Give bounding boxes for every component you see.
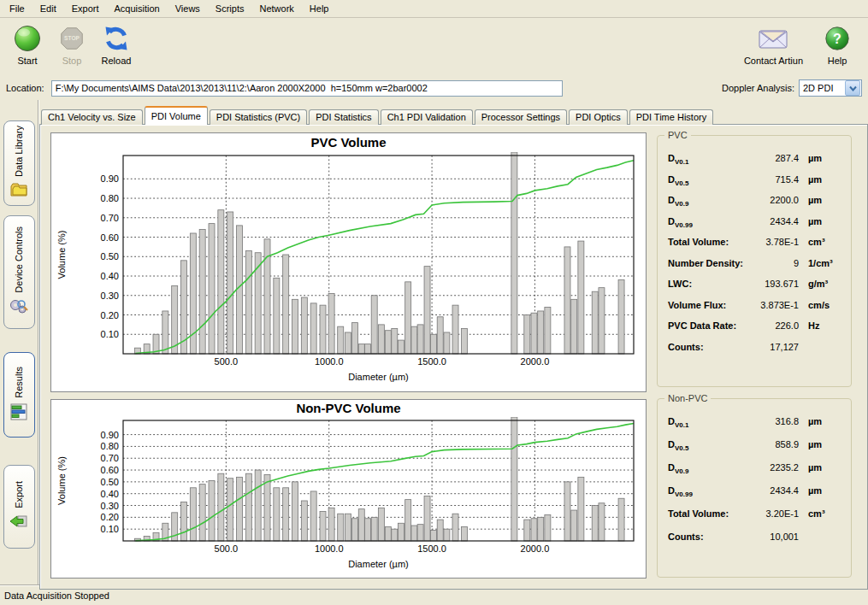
svg-text:0.20: 0.20 <box>101 310 119 320</box>
folders-icon <box>9 180 29 201</box>
svg-text:?: ? <box>833 32 841 46</box>
non-pvc-stats-groupbox: Non-PVC DV0.1316.8µmDV0.5858.9µmDV0.9223… <box>657 398 852 578</box>
non-pvc-groupbox-title: Non-PVC <box>664 393 711 403</box>
menu-item-scripts[interactable]: Scripts <box>208 1 252 16</box>
stat-unit: cm/s <box>799 300 844 310</box>
menu-item-file[interactable]: File <box>2 1 32 16</box>
stat-unit: Hz <box>799 320 844 331</box>
tab-pdi-optics[interactable]: PDI Optics <box>569 109 628 125</box>
start-icon <box>13 22 42 55</box>
tab-pdi-time-history[interactable]: PDI Time History <box>629 109 714 125</box>
contact-artium-button[interactable]: Contact Artiun <box>741 21 806 68</box>
sidebar-item-export[interactable]: Export <box>3 465 35 549</box>
sidebar-item-label: Data Library <box>14 126 24 177</box>
non-pvc-chart-title: Non-PVC Volume <box>51 400 646 417</box>
tab-pdi-statistics-pvc-[interactable]: PDI Statistics (PVC) <box>210 109 307 125</box>
menu-item-help[interactable]: Help <box>302 1 337 16</box>
svg-text:0.40: 0.40 <box>101 489 119 499</box>
stat-value: 2200.0 <box>744 195 799 205</box>
reload-icon <box>102 22 131 55</box>
svg-text:0.70: 0.70 <box>101 213 119 223</box>
stat-label: DV0.9 <box>668 195 744 208</box>
stat-row: DV0.5858.9µm <box>668 439 844 462</box>
tab-strip: Ch1 Velocity vs. SizePDI VolumePDI Stati… <box>39 104 868 124</box>
tab-pdi-volume[interactable]: PDI Volume <box>145 106 208 125</box>
sidebar-item-data-library[interactable]: Data Library <box>3 120 35 206</box>
svg-text:Volume (%): Volume (%) <box>56 231 67 279</box>
stat-value: 226.0 <box>744 320 799 331</box>
tab-processor-settings[interactable]: Processor Settings <box>475 109 567 125</box>
doppler-analysis-select[interactable]: 2D PDI <box>799 79 862 97</box>
tab-ch1-pdi-validation[interactable]: Ch1 PDI Validation <box>381 109 473 125</box>
menu-item-views[interactable]: Views <box>168 1 208 16</box>
location-label: Location: <box>6 83 44 93</box>
pvc-stats-groupbox: PVC DV0.1287.4µmDV0.5715.4µmDV0.92200.0µ… <box>657 135 852 387</box>
sidebar-item-device-controls[interactable]: Device Controls <box>3 215 35 329</box>
stat-label: DV0.5 <box>668 174 744 187</box>
svg-text:1000.0: 1000.0 <box>315 356 344 367</box>
svg-text:1000.0: 1000.0 <box>315 543 344 554</box>
sidebar: Data LibraryDevice ControlsResultsExport <box>0 100 39 590</box>
menu-item-edit[interactable]: Edit <box>32 1 64 16</box>
pvc-groupbox-title: PVC <box>664 130 691 140</box>
svg-text:2000.0: 2000.0 <box>521 543 550 554</box>
svg-text:0.40: 0.40 <box>101 271 119 281</box>
stat-unit: µm <box>799 439 844 449</box>
pvc-volume-chart-panel: PVC Volume 0.100.200.300.400.500.600.700… <box>50 132 647 392</box>
stat-label: DV0.5 <box>668 439 744 452</box>
menu-item-acquisition[interactable]: Acquisition <box>107 1 168 16</box>
gears-icon <box>9 297 29 318</box>
stat-row: DV0.1287.4µm <box>668 153 844 174</box>
reload-button[interactable]: Reload <box>94 21 139 68</box>
stat-label: DV0.1 <box>668 416 744 429</box>
pvc-chart-title: PVC Volume <box>51 133 646 152</box>
stat-unit: cm³ <box>799 508 844 519</box>
contact-artium-label: Contact Artiun <box>744 56 803 66</box>
help-button[interactable]: ? Help <box>815 21 859 68</box>
svg-text:0.50: 0.50 <box>101 251 119 261</box>
stat-row: DV0.1316.8µm <box>668 416 844 439</box>
stat-row: DV0.992434.4µm <box>668 485 844 508</box>
stat-value: 2434.4 <box>744 216 799 226</box>
stat-value: 2434.4 <box>744 485 799 496</box>
reload-label: Reload <box>102 56 132 66</box>
stat-unit: µm <box>799 462 844 473</box>
stat-label: Volume Flux: <box>668 300 744 310</box>
sidebar-item-label: Device Controls <box>14 226 24 293</box>
sidebar-item-label: Results <box>14 367 24 398</box>
svg-text:500.0: 500.0 <box>215 543 239 554</box>
stat-value: 3.873E-1 <box>744 300 799 310</box>
stat-row: Volume Flux:3.873E-1cm/s <box>668 300 844 321</box>
tab-pdi-statistics[interactable]: PDI Statistics <box>309 109 378 125</box>
stat-row: DV0.92200.0µm <box>668 195 844 216</box>
status-text: Data Acquisition Stopped <box>4 590 109 601</box>
tab-page-pdi-volume: PVC Volume 0.100.200.300.400.500.600.700… <box>39 124 868 590</box>
menu-item-network[interactable]: Network <box>251 1 301 16</box>
svg-text:0.60: 0.60 <box>101 465 119 475</box>
stop-button[interactable]: STOP Stop <box>50 21 94 68</box>
help-label: Help <box>828 56 847 66</box>
chevron-down-icon[interactable] <box>845 80 860 96</box>
stat-label: Counts: <box>668 342 744 352</box>
results-chart-icon <box>9 402 29 423</box>
doppler-analysis-value: 2D PDI <box>800 83 845 93</box>
svg-text:Diameter (µm): Diameter (µm) <box>348 372 409 382</box>
svg-text:0.80: 0.80 <box>101 193 119 203</box>
menu-item-export[interactable]: Export <box>64 1 107 16</box>
stat-label: Total Volume: <box>668 508 744 519</box>
stat-value: 2235.2 <box>744 462 799 473</box>
stat-label: DV0.9 <box>668 462 744 475</box>
stat-value: 10,001 <box>744 532 799 542</box>
svg-text:0.30: 0.30 <box>101 501 119 511</box>
location-input[interactable] <box>51 80 563 97</box>
start-button[interactable]: Start <box>5 21 50 68</box>
svg-text:1500.0: 1500.0 <box>417 356 446 367</box>
stat-unit: g/m³ <box>799 279 844 289</box>
menu-bar: FileEditExportAcquisitionViewsScriptsNet… <box>0 0 868 18</box>
tab-ch1-velocity-vs-size[interactable]: Ch1 Velocity vs. Size <box>41 109 143 125</box>
stat-unit: µm <box>799 153 844 163</box>
stop-label: Stop <box>62 56 82 66</box>
sidebar-item-results[interactable]: Results <box>3 352 35 438</box>
stat-unit: µm <box>799 195 844 205</box>
location-row: Location: Doppler Analysis: 2D PDI <box>0 76 868 100</box>
